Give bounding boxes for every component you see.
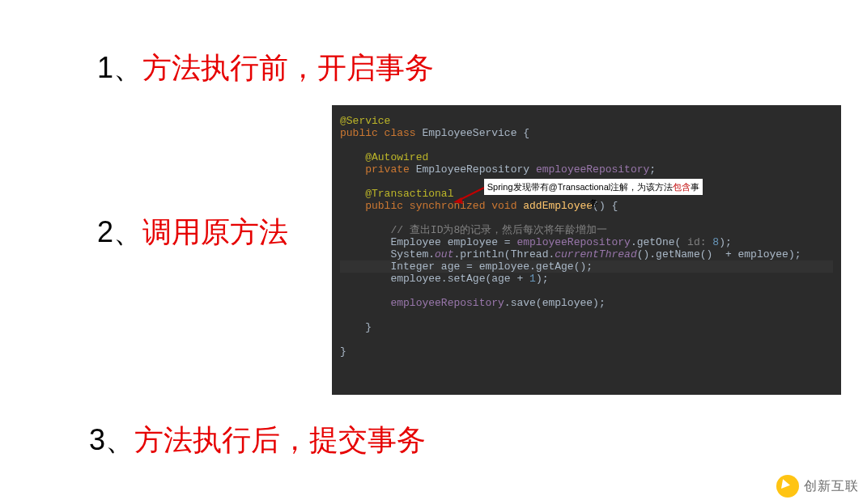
- watermark-icon: [776, 475, 799, 498]
- code-l11-b: .getOne(: [631, 236, 687, 248]
- code-l12-b: .println(Thread.: [453, 248, 555, 260]
- step-3-text: 方法执行后，提交事务: [134, 423, 426, 456]
- code-l11-c: );: [719, 236, 732, 248]
- code-l14-b: );: [536, 273, 549, 285]
- code-l11-a: Employee employee =: [390, 236, 516, 248]
- watermark-text: 创新互联: [804, 478, 859, 495]
- code-l11-pm: id:: [687, 236, 712, 248]
- step-2-num: 2、: [97, 215, 142, 248]
- code-l2-kw: public class: [340, 127, 422, 139]
- code-l5-type: EmployeeRepository: [416, 163, 536, 176]
- step-1-num: 1、: [97, 51, 142, 84]
- code-l12-a: System.: [390, 248, 435, 260]
- step-1: 1、方法执行前，开启事务: [97, 50, 434, 85]
- step-2-text: 调用原方法: [142, 215, 288, 248]
- code-l4: @Autowired: [365, 151, 428, 163]
- code-l13: Integer age = employee.getAge();: [390, 260, 593, 273]
- code-l14-a: employee.setAge(age +: [390, 273, 529, 285]
- code-l1: @Service: [340, 115, 390, 127]
- code-l12-ct: currentThread: [555, 248, 636, 260]
- watermark: 创新互联: [776, 475, 859, 498]
- svg-marker-1: [453, 197, 463, 204]
- code-l11-nm: 8: [712, 236, 719, 248]
- code-l10: // 查出ID为8的记录，然后每次将年龄增加一: [390, 224, 607, 236]
- code-l2-br: {: [523, 127, 529, 139]
- tooltip-pre: Spring发现带有@Transactional注解，为该方法: [487, 182, 674, 192]
- step-3: 3、方法执行后，提交事务: [89, 422, 426, 457]
- arrow-icon: [453, 186, 486, 204]
- code-l12-c: ().getName() + employee);: [637, 248, 801, 260]
- code-l5-fld: employeeRepository: [536, 163, 649, 176]
- step-3-num: 3、: [89, 423, 134, 456]
- code-l11-fld: employeeRepository: [516, 236, 630, 248]
- code-l16-b: .save(employee);: [504, 297, 606, 309]
- code-l12-out: out: [435, 248, 453, 260]
- tooltip-red: 包含: [673, 182, 691, 192]
- svg-line-0: [458, 188, 484, 201]
- code-l16-fld: employeeRepository: [390, 297, 504, 309]
- code-l5-semi: ;: [649, 163, 656, 176]
- step-2: 2、调用原方法: [97, 214, 288, 249]
- code-l8-mth: addEmployee: [523, 200, 593, 212]
- code-l18: }: [365, 321, 372, 333]
- code-l5-kw: private: [365, 163, 415, 176]
- code-snippet: @Service public class EmployeeService { …: [332, 105, 841, 395]
- step-1-text: 方法执行前，开启事务: [142, 51, 434, 84]
- annotation-tooltip: Spring发现带有@Transactional注解，为该方法包含事务: [484, 179, 703, 195]
- code-l2-cls: EmployeeService: [422, 127, 523, 139]
- code-l7: @Transactional: [365, 188, 453, 200]
- code-l20: }: [340, 345, 346, 358]
- code-l14-nm: 1: [529, 273, 536, 285]
- code-l8-kw: public synchronized void: [365, 200, 523, 212]
